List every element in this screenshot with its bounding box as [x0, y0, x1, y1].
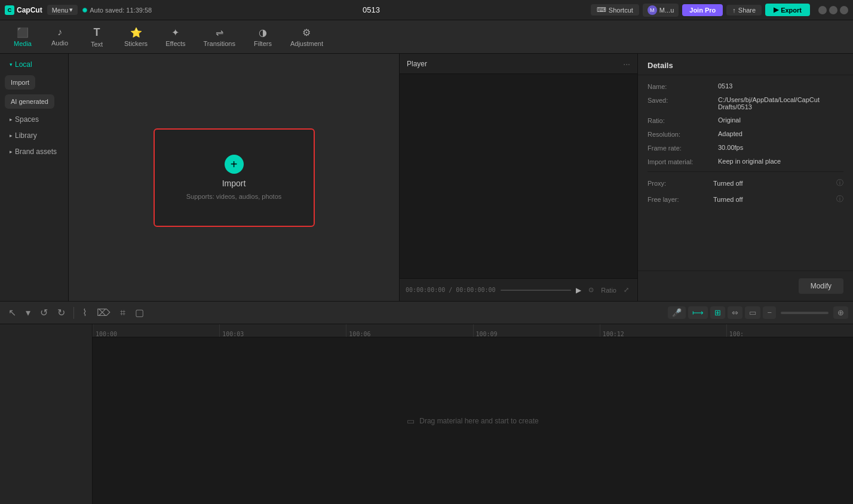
toolbar-label-effects: Effects: [165, 40, 185, 47]
share-button[interactable]: ↑ Share: [726, 5, 762, 16]
import-button[interactable]: Import: [5, 75, 35, 90]
fullscreen-button[interactable]: ⤢: [621, 285, 631, 295]
timeline-toolbar: ↖ ▾ ↺ ↻ ⌇ ⌦ ⌗ ▢ 🎤 ⟼ ⊞ ⇔ ▭ − ⊕: [0, 302, 853, 324]
proxy-info-icon[interactable]: ⓘ: [836, 178, 843, 188]
snap-button[interactable]: ⟼: [688, 306, 708, 319]
subtitle-button[interactable]: ▭: [745, 306, 760, 319]
detail-row-ratio: Ratio: Original: [648, 116, 843, 124]
player-controls: 00:00:00:00 / 00:00:00:00 ▶ ⊙ Ratio ⤢: [400, 278, 637, 301]
toolbar-label-media: Media: [14, 40, 32, 47]
bottom-area: ↖ ▾ ↺ ↻ ⌇ ⌦ ⌗ ▢ 🎤 ⟼ ⊞ ⇔ ▭ − ⊕ 100:00 100…: [0, 301, 853, 504]
toolbar-item-stickers[interactable]: ⭐ Stickers: [116, 23, 156, 51]
detail-label-framerate: Frame rate:: [648, 144, 713, 152]
sidebar-item-brand-assets[interactable]: ▸ Brand assets: [2, 144, 66, 159]
transitions-icon: ⇌: [216, 27, 223, 38]
toolbar-item-transitions[interactable]: ⇌ Transitions: [195, 23, 244, 51]
toolbar-item-text[interactable]: T Text: [79, 23, 115, 51]
timeline-track-labels: [0, 324, 93, 504]
timeline-ruler: 100:00 100:03 100:06 100:09 100:12 100:: [93, 324, 853, 337]
detail-label-import-material: Import material:: [648, 158, 713, 165]
detail-row-proxy: Proxy: Turned off ⓘ: [648, 178, 843, 188]
detail-value-ratio: Original: [718, 116, 843, 124]
media-icon: ⬛: [17, 27, 29, 38]
maximize-button[interactable]: □: [829, 6, 837, 14]
user-button[interactable]: M M...u: [643, 4, 679, 17]
detail-divider: [648, 171, 843, 172]
magnet-button[interactable]: ⊞: [710, 306, 725, 319]
detail-row-framerate: Frame rate: 30.00fps: [648, 144, 843, 152]
play-button[interactable]: ▶: [576, 286, 581, 294]
detail-label-name: Name:: [648, 82, 713, 90]
toolbar-label-adjustment: Adjustment: [290, 40, 323, 47]
drag-hint: ▭ Drag material here and start to create: [407, 416, 538, 426]
shortcut-button[interactable]: ⌨ Shortcut: [591, 4, 639, 16]
zoom-fit-button[interactable]: ⊕: [833, 306, 848, 319]
ruler-tick-3: 100:09: [473, 324, 600, 337]
sidebar-item-spaces[interactable]: ▸ Spaces: [2, 112, 66, 127]
ruler-tick-4: 100:12: [600, 324, 726, 337]
frame-button[interactable]: ▢: [131, 305, 148, 321]
menu-button[interactable]: Menu ▾: [47, 5, 78, 15]
ratio-button[interactable]: Ratio: [599, 285, 619, 295]
toolbar-item-media[interactable]: ⬛ Media: [5, 23, 41, 51]
progress-bar[interactable]: [501, 290, 572, 291]
zoom-out-button[interactable]: −: [763, 306, 776, 319]
toolbar-item-filters[interactable]: ◑ Filters: [245, 23, 281, 51]
player-header: Player ···: [400, 54, 637, 74]
detail-row-import-material: Import material: Keep in original place: [648, 158, 843, 165]
sidebar-item-local[interactable]: ▾ Local: [2, 57, 66, 72]
titlebar-actions: ⌨ Shortcut M M...u Join Pro ↑ Share ▶ Ex…: [591, 4, 848, 17]
sidebar-item-library[interactable]: ▸ Library: [2, 128, 66, 143]
player-viewport: [400, 74, 637, 278]
timeline-main: 100:00 100:03 100:06 100:09 100:12 100: …: [93, 324, 853, 504]
free-layer-info-icon[interactable]: ⓘ: [836, 194, 843, 204]
split-button[interactable]: ⌇: [79, 305, 91, 321]
effects-icon: ✦: [171, 27, 179, 38]
link-button[interactable]: ⇔: [728, 306, 742, 319]
toolbar-label-audio: Audio: [51, 39, 68, 47]
detail-label-ratio: Ratio:: [648, 116, 713, 124]
text-icon: T: [94, 26, 100, 39]
export-button[interactable]: ▶ Export: [765, 4, 810, 16]
zoom-slider[interactable]: [781, 312, 829, 314]
drag-hint-text: Drag material here and start to create: [419, 417, 538, 425]
toolbar-item-adjustment[interactable]: ⚙ Adjustment: [282, 23, 332, 51]
trim-button[interactable]: ⌦: [93, 305, 114, 321]
ai-generated-button[interactable]: AI generated: [5, 94, 54, 109]
player-menu-icon[interactable]: ···: [623, 59, 630, 69]
mic-button[interactable]: 🎤: [668, 306, 686, 319]
close-button[interactable]: ×: [840, 6, 848, 14]
media-panel: + Import Supports: videos, audios, photo…: [69, 54, 399, 301]
detail-value-saved: C:/Users/bj/AppData/Local/CapCutDrafts/0…: [718, 96, 843, 110]
select-arrow-button[interactable]: ▾: [22, 305, 34, 321]
toolbar-item-effects[interactable]: ✦ Effects: [157, 23, 194, 51]
redo-button[interactable]: ↻: [54, 305, 69, 321]
import-label: Import: [222, 179, 246, 188]
window-controls: − □ ×: [818, 6, 848, 14]
crop-button[interactable]: ⌗: [116, 305, 129, 321]
details-panel: Details Name: 0513 Saved: C:/Users/bj/Ap…: [638, 54, 853, 301]
autosave-text: Auto saved: 11:39:58: [90, 7, 152, 14]
toolbar-item-audio[interactable]: ♪ Audio: [42, 23, 78, 50]
detail-row-name: Name: 0513: [648, 82, 843, 90]
import-drop-area[interactable]: + Import Supports: videos, audios, photo…: [154, 128, 315, 227]
modify-button[interactable]: Modify: [799, 278, 843, 294]
left-panel: ▾ Local Import AI generated ▸ Spaces ▸ L…: [0, 54, 69, 301]
ruler-tick-1: 100:03: [219, 324, 346, 337]
ruler-tick-2: 100:06: [346, 324, 472, 337]
filters-icon: ◑: [259, 27, 267, 38]
details-footer: Modify: [638, 271, 853, 301]
time-display: 00:00:00:00 / 00:00:00:00: [406, 287, 496, 293]
join-pro-button[interactable]: Join Pro: [682, 4, 723, 16]
undo-button[interactable]: ↺: [36, 305, 51, 321]
timeline-right-controls: 🎤 ⟼ ⊞ ⇔ ▭ − ⊕: [668, 306, 848, 319]
screenshot-button[interactable]: ⊙: [586, 285, 596, 295]
select-tool-button[interactable]: ↖: [5, 305, 20, 321]
minimize-button[interactable]: −: [818, 6, 827, 14]
detail-value-free-layer: Turned off: [713, 196, 836, 203]
main-content: ▾ Local Import AI generated ▸ Spaces ▸ L…: [0, 54, 853, 301]
audio-icon: ♪: [57, 27, 62, 38]
sidebar-section-nav: ▾ Local Import AI generated ▸ Spaces ▸ L…: [0, 54, 68, 162]
toolbar-label-transitions: Transitions: [204, 40, 235, 47]
timeline: 100:00 100:03 100:06 100:09 100:12 100: …: [0, 324, 853, 504]
